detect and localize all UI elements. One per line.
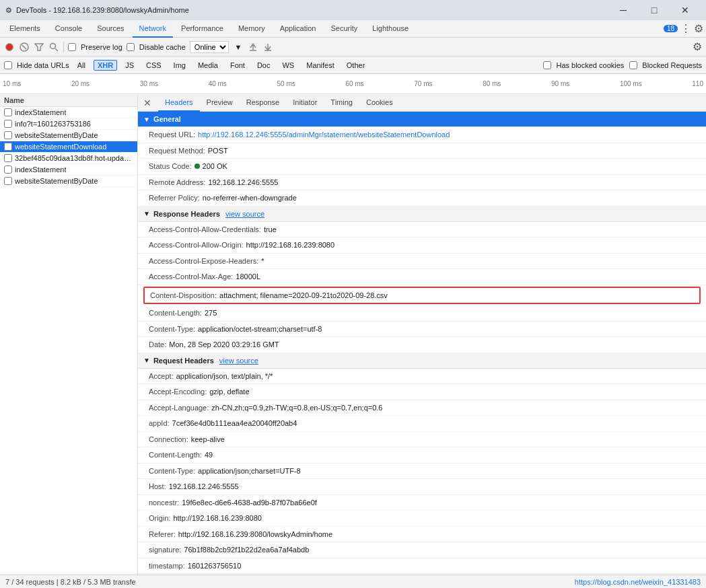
svg-line-1 — [22, 45, 26, 49]
tab-memory[interactable]: Memory — [232, 20, 272, 38]
request-item-checkbox-3[interactable] — [4, 143, 12, 151]
hide-data-urls-label[interactable]: Hide data URLs — [4, 61, 69, 69]
request-item-1[interactable]: info?t=1601263753186 — [0, 118, 137, 130]
search-icon-button[interactable] — [48, 42, 59, 52]
request-item-checkbox-5[interactable] — [4, 166, 12, 174]
filter-js[interactable]: JS — [121, 60, 138, 71]
blocked-requests-label[interactable]: Blocked Requests — [629, 61, 702, 69]
filter-all[interactable]: All — [73, 60, 90, 71]
request-item-checkbox-1[interactable] — [4, 120, 12, 128]
minimize-button[interactable]: ─ — [608, 0, 639, 20]
tab-network[interactable]: Network — [133, 20, 173, 38]
referrer-policy-label: Referrer Policy: — [149, 192, 200, 204]
general-section-header[interactable]: ▼ General — [138, 112, 706, 127]
tab-sources[interactable]: Sources — [90, 20, 131, 38]
filter-css[interactable]: CSS — [142, 60, 166, 71]
tab-console[interactable]: Console — [48, 20, 89, 38]
throttle-selector[interactable]: Online — [190, 41, 229, 53]
request-item-checkbox-6[interactable] — [4, 177, 12, 185]
has-blocked-cookies-label[interactable]: Has blocked cookies — [543, 61, 624, 69]
response-header-row-2: Access-Control-Expose-Headers: * — [138, 254, 706, 270]
req-header-name-4: Connection: — [149, 434, 188, 445]
clear-icon — [20, 42, 29, 52]
disable-cache-checkbox[interactable] — [127, 43, 135, 51]
titlebar-controls[interactable]: ─ □ ✕ — [608, 0, 701, 20]
tab-lighthouse[interactable]: Lighthouse — [365, 20, 415, 38]
preserve-log-checkbox[interactable] — [68, 43, 76, 51]
req-header-value-10: http://192.168.16.239:8080/lowskyAdmin/h… — [178, 529, 332, 540]
disable-cache-label[interactable]: Disable cache — [127, 43, 186, 51]
upload-icon[interactable] — [248, 42, 258, 52]
request-headers-view-source[interactable]: view source — [219, 357, 258, 365]
req-header-value-9: http://192.168.16.239:8080 — [173, 513, 262, 524]
referrer-policy-value: no-referrer-when-downgrade — [203, 192, 297, 204]
tab-elements[interactable]: Elements — [3, 20, 47, 38]
request-header-row-5: Content-Length: 49 — [138, 447, 706, 464]
hide-data-urls-checkbox[interactable] — [4, 61, 12, 69]
detail-tab-cookies[interactable]: Cookies — [359, 94, 400, 112]
gear-icon[interactable]: ⚙ — [694, 22, 703, 35]
filter-doc[interactable]: Doc — [253, 60, 275, 71]
req-header-value-0: application/json, text/plain, */* — [176, 371, 273, 382]
general-title: General — [153, 115, 181, 123]
tl-80ms: 80 ms — [483, 80, 501, 87]
blocked-requests-checkbox[interactable] — [629, 61, 637, 69]
filter-ws[interactable]: WS — [278, 60, 298, 71]
request-item-0[interactable]: indexStatement — [0, 107, 137, 118]
request-url-label: Request URL: — [149, 129, 195, 141]
general-rows: Request URL: http://192.168.12.246:5555/… — [138, 127, 706, 207]
request-item-checkbox-4[interactable] — [4, 154, 12, 162]
download-icon[interactable] — [262, 42, 273, 52]
request-item-checkbox-2[interactable] — [4, 131, 12, 139]
timeline: 10 ms 20 ms 30 ms 40 ms 50 ms 60 ms 70 m… — [0, 74, 706, 94]
tab-security[interactable]: Security — [324, 20, 364, 38]
request-item-5[interactable]: indexStatement — [0, 164, 137, 176]
request-item-name-6: websiteStatementByDate — [15, 177, 98, 185]
request-item-checkbox-0[interactable] — [4, 108, 12, 116]
settings-icon[interactable]: ⋮ — [680, 22, 691, 35]
filter-icon-button[interactable] — [34, 42, 44, 52]
network-settings-icon[interactable]: ⚙ — [693, 41, 702, 52]
request-item-6[interactable]: websiteStatementByDate — [0, 176, 137, 187]
request-item-name-4: 32bef485c09daa13db8f.hot-update.... — [15, 154, 133, 162]
request-item-3[interactable]: websiteStatementDownload — [0, 141, 137, 153]
detail-tab-response[interactable]: Response — [240, 94, 287, 112]
request-header-row-4: Connection: keep-alive — [138, 432, 706, 448]
filter-xhr[interactable]: XHR — [94, 60, 117, 71]
request-header-row-11: signature: 76b1f88b2cb92f1b22d2ea6a7af4a… — [138, 542, 706, 558]
record-button[interactable] — [4, 42, 15, 52]
has-blocked-cookies-checkbox[interactable] — [543, 61, 551, 69]
timeline-labels: 10 ms 20 ms 30 ms 40 ms 50 ms 60 ms 70 m… — [0, 74, 706, 94]
filter-manifest[interactable]: Manifest — [302, 60, 339, 71]
detail-close-button[interactable]: ✕ — [141, 96, 154, 110]
request-header-row-1: Accept-Encoding: gzip, deflate — [138, 384, 706, 400]
detail-tab-timing[interactable]: Timing — [324, 94, 359, 112]
response-headers-view-source[interactable]: view source — [225, 210, 264, 218]
tab-performance[interactable]: Performance — [174, 20, 230, 38]
resp-header-name-3: Access-Control-Max-Age: — [149, 271, 233, 283]
detail-tab-initiator[interactable]: Initiator — [286, 94, 324, 112]
tab-application[interactable]: Application — [273, 20, 323, 38]
filter-media[interactable]: Media — [194, 60, 222, 71]
request-item-4[interactable]: 32bef485c09daa13db8f.hot-update.... — [0, 153, 137, 164]
filter-font[interactable]: Font — [226, 60, 249, 71]
detail-tab-preview[interactable]: Preview — [200, 94, 240, 112]
resp-header-name-0: Access-Control-Allow-Credentials: — [149, 224, 261, 235]
filter-other[interactable]: Other — [343, 60, 369, 71]
response-headers-section-header[interactable]: ▼ Response Headers view source — [138, 207, 706, 222]
detail-tab-headers[interactable]: Headers — [158, 94, 200, 112]
preserve-log-label[interactable]: Preserve log — [68, 43, 122, 51]
clear-button[interactable] — [19, 42, 30, 52]
filter-toolbar: Hide data URLs All XHR JS CSS Img Media … — [0, 57, 706, 74]
request-item-2[interactable]: websiteStatementByDate — [0, 130, 137, 141]
request-header-row-8: noncestr: 19f6e8ec-d6e6-4638-ad9b-87f07b… — [138, 495, 706, 511]
filter-img[interactable]: Img — [170, 60, 190, 71]
status-code-value: 200 OK — [195, 161, 227, 172]
throttle-arrow[interactable]: ▼ — [233, 42, 244, 52]
request-headers-section-header[interactable]: ▼ Request Headers view source — [138, 353, 706, 369]
req-header-value-2: zh-CN,zh;q=0.9,zh-TW;q=0.8,en-US;q=0.7,e… — [211, 402, 382, 414]
req-header-value-6: application/json;charset=UTF-8 — [198, 466, 301, 477]
maximize-button[interactable]: □ — [639, 0, 670, 20]
request-headers-arrow: ▼ — [143, 357, 150, 364]
close-button[interactable]: ✕ — [670, 0, 701, 20]
